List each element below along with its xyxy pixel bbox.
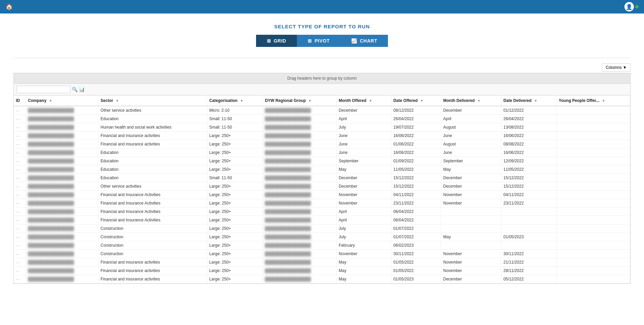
cell-date_offered: 06/02/2023 (391, 241, 441, 250)
table-row: —████████████████Financial and insurance… (14, 132, 630, 140)
categorisation-filter-icon[interactable]: ▼ (240, 99, 244, 103)
table-row: —████████████████Financial and insurance… (14, 258, 630, 267)
col-header-month-offered: Month Offered ▼ (337, 96, 391, 106)
chart-button[interactable]: 📈 CHART (340, 35, 388, 47)
cell-company: ████████████████ (26, 191, 98, 199)
table-row: —████████████████EducationLarge: 250+███… (14, 148, 630, 157)
cell-young_people_offered (557, 224, 630, 233)
cell-dyw_regional_group: ████████████████ (263, 182, 337, 191)
cell-dyw_regional_group: ████████████████ (263, 224, 337, 233)
col-header-date-offered: Date Offered ▼ (391, 96, 441, 106)
table-row: —████████████████Other service activitie… (14, 106, 630, 115)
cell-month_delivered: December (441, 275, 501, 283)
cell-dyw_regional_group: ████████████████ (263, 191, 337, 199)
date-delivered-filter-icon[interactable]: ▼ (534, 99, 537, 103)
cell-sector: Construction (99, 233, 207, 241)
cell-company: ████████████████ (26, 123, 98, 132)
table-wrapper[interactable]: ID Company ▼ Sector ▼ Categorisation ▼ (14, 96, 630, 283)
date-offered-filter-icon[interactable]: ▼ (420, 99, 423, 103)
cell-company: ████████████████ (26, 250, 98, 258)
young-people-filter-icon[interactable]: ▼ (602, 99, 605, 103)
cell-dyw_regional_group: ████████████████ (263, 241, 337, 250)
col-header-id: ID (14, 96, 26, 106)
cell-young_people_offered (557, 208, 630, 216)
cell-month_offered: November (337, 199, 391, 208)
sector-filter-icon[interactable]: ▼ (116, 99, 119, 103)
cell-dyw_regional_group: ████████████████ (263, 275, 337, 283)
drag-header-area[interactable]: Drag headers here to group by column (14, 73, 630, 84)
search-icon[interactable]: 🔍 (72, 87, 78, 92)
cell-id: — (14, 106, 26, 115)
cell-categorisation: Small: 11-50 (207, 123, 263, 132)
cell-company: ████████████████ (26, 165, 98, 174)
cell-dyw_regional_group: ████████████████ (263, 267, 337, 275)
month-delivered-filter-icon[interactable]: ▼ (477, 99, 480, 103)
cell-date_offered: 06/04/2022 (391, 216, 441, 224)
cell-categorisation: Large: 250+ (207, 208, 263, 216)
cell-date_delivered: 28/11/2022 (501, 267, 557, 275)
columns-button[interactable]: Columns ▼ (602, 63, 631, 72)
cell-month_delivered: November (441, 191, 501, 199)
cell-company: ████████████████ (26, 208, 98, 216)
cell-sector: Other service activities (99, 182, 207, 191)
cell-id: — (14, 224, 26, 233)
cell-dyw_regional_group: ████████████████ (263, 132, 337, 140)
cell-id: — (14, 174, 26, 182)
cell-month_delivered: December (441, 182, 501, 191)
search-input[interactable] (17, 86, 71, 93)
cell-dyw_regional_group: ████████████████ (263, 199, 337, 208)
cell-sector: Construction (99, 250, 207, 258)
cell-date_delivered: 23/11/2022 (501, 199, 557, 208)
cell-date_delivered (501, 208, 557, 216)
cell-month_offered: May (337, 165, 391, 174)
cell-date_offered: 15/12/2022 (391, 174, 441, 182)
cell-sector: Financial and insurance activities (99, 275, 207, 283)
cell-young_people_offered (557, 216, 630, 224)
cell-dyw_regional_group: ████████████████ (263, 233, 337, 241)
export-icon[interactable]: 📊 (79, 87, 85, 92)
cell-date_delivered: 08/08/2022 (501, 140, 557, 148)
cell-sector: Education (99, 165, 207, 174)
cell-date_offered: 01/06/2022 (391, 140, 441, 148)
cell-month_offered: May (337, 258, 391, 267)
cell-dyw_regional_group: ████████████████ (263, 140, 337, 148)
dyw-filter-icon[interactable]: ▼ (308, 99, 312, 103)
cell-categorisation: Large: 250+ (207, 148, 263, 157)
cell-categorisation: Large: 250+ (207, 216, 263, 224)
cell-month_delivered: November (441, 267, 501, 275)
cell-month_offered: May (337, 267, 391, 275)
cell-company: ████████████████ (26, 182, 98, 191)
cell-id: — (14, 258, 26, 267)
grid-label: GRID (274, 38, 286, 44)
cell-date_offered: 01/07/2022 (391, 224, 441, 233)
cell-id: — (14, 267, 26, 275)
cell-month_delivered (441, 216, 501, 224)
cell-young_people_offered (557, 275, 630, 283)
cell-categorisation: Large: 250+ (207, 233, 263, 241)
cell-month_offered: July (337, 233, 391, 241)
cell-month_offered: December (337, 106, 391, 115)
data-grid-container: Drag headers here to group by column 🔍 📊… (13, 73, 631, 284)
cell-id: — (14, 157, 26, 165)
table-row: —████████████████ConstructionLarge: 250+… (14, 241, 630, 250)
grid-button[interactable]: ⊞ GRID (256, 35, 297, 47)
home-icon[interactable]: 🏠 (5, 3, 13, 10)
chart-label: CHART (360, 38, 377, 44)
cell-date_delivered: 11/05/2022 (501, 165, 557, 174)
cell-young_people_offered (557, 258, 630, 267)
cell-sector: Financial and insurance activities (99, 132, 207, 140)
table-row: —████████████████ConstructionLarge: 250+… (14, 250, 630, 258)
cell-young_people_offered (557, 165, 630, 174)
month-offered-filter-icon[interactable]: ▼ (369, 99, 372, 103)
avatar[interactable]: 👤 (624, 2, 634, 11)
report-type-title: SELECT TYPE OF REPORT TO RUN (0, 24, 644, 29)
cell-month_delivered: August (441, 123, 501, 132)
company-filter-icon[interactable]: ▼ (49, 99, 52, 103)
cell-company: ████████████████ (26, 233, 98, 241)
pivot-button[interactable]: ⊞ PIVOT (297, 35, 340, 47)
cell-categorisation: Large: 250+ (207, 250, 263, 258)
cell-dyw_regional_group: ████████████████ (263, 258, 337, 267)
cell-young_people_offered (557, 241, 630, 250)
cell-categorisation: Large: 250+ (207, 224, 263, 233)
cell-month_offered: July (337, 123, 391, 132)
